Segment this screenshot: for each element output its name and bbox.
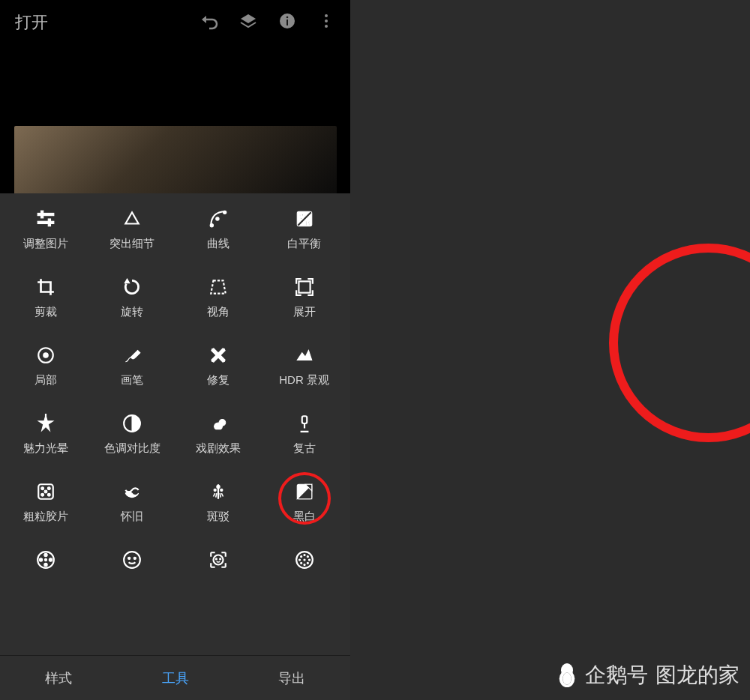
curves-icon (208, 208, 229, 229)
crop-icon (35, 277, 56, 298)
tool-perspective[interactable]: 视角 (176, 277, 262, 319)
undo-icon[interactable] (200, 12, 218, 33)
tool-pose[interactable] (261, 549, 347, 578)
grunge-icon (208, 481, 229, 502)
tool-glamour[interactable]: 魅力光晕 (3, 413, 89, 456)
tab-tools[interactable]: 工具 (117, 656, 234, 700)
bw-icon (294, 481, 315, 502)
retrolux-icon (122, 481, 142, 502)
watermark: 企鹅号 图龙的家 (556, 661, 740, 690)
tool-portrait[interactable] (176, 549, 262, 578)
tool-selective[interactable]: 局部 (3, 345, 89, 387)
bottom-tabs: 样式工具导出 (0, 655, 350, 700)
tool-grainy[interactable]: 粗粒胶片 (3, 481, 89, 524)
more-icon[interactable] (317, 12, 335, 33)
rotate-icon (122, 277, 142, 298)
tool-label: 怀旧 (121, 510, 143, 524)
tool-label: 突出细节 (110, 237, 154, 251)
tool-label: 黑白 (293, 510, 316, 524)
tool-healing[interactable]: 修复 (176, 345, 262, 387)
tool-label: 视角 (207, 305, 230, 319)
tool-label: 粗粒胶片 (23, 510, 68, 524)
tool-tonal[interactable]: 色调对比度 (89, 413, 176, 456)
face-icon (122, 549, 142, 570)
tool-label: 斑驳 (207, 510, 230, 524)
expand-icon (294, 277, 315, 298)
tool-curves[interactable]: 曲线 (176, 208, 262, 251)
watermark-brand: 企鹅号 (585, 661, 648, 690)
tool-label: 曲线 (207, 237, 230, 251)
app-topbar: 打开 (0, 0, 350, 45)
tool-rotate[interactable]: 旋转 (89, 277, 176, 319)
tool-label: 展开 (293, 305, 316, 319)
tool-label: 旋转 (121, 305, 143, 319)
vintage-icon (294, 413, 315, 434)
tool-grunge[interactable]: 斑驳 (176, 481, 262, 524)
film-icon (35, 549, 56, 570)
penguin-icon (556, 663, 578, 687)
tool-label: 复古 (293, 441, 316, 456)
tool-retrolux[interactable]: 怀旧 (89, 481, 176, 524)
tab-styles[interactable]: 样式 (0, 656, 117, 700)
tonal-icon (122, 413, 142, 434)
watermark-author: 图龙的家 (656, 661, 740, 690)
grainy-icon (35, 481, 56, 502)
tool-vintage[interactable]: 复古 (261, 413, 347, 456)
brush-icon (122, 345, 142, 366)
app-screenshot: 打开 调整图片突出细节曲线白平衡剪裁旋转视角展开局部画笔修复HDR 景观魅力光晕… (0, 0, 350, 700)
hdr-icon (294, 345, 315, 366)
tool-brush[interactable]: 画笔 (89, 345, 176, 387)
selective-icon (35, 345, 56, 366)
tool-crop[interactable]: 剪裁 (3, 277, 89, 319)
tool-film[interactable] (3, 549, 89, 578)
tool-label: 调整图片 (23, 237, 68, 251)
tool-label: 戏剧效果 (196, 441, 241, 456)
tool-label: 修复 (207, 373, 230, 387)
image-preview[interactable] (0, 45, 350, 193)
portrait-icon (208, 549, 229, 570)
open-button[interactable]: 打开 (15, 11, 200, 34)
tool-label: 局部 (34, 373, 57, 387)
tool-wb[interactable]: 白平衡 (261, 208, 347, 251)
tool-hdr[interactable]: HDR 景观 (261, 345, 347, 387)
tool-drama[interactable]: 戏剧效果 (176, 413, 262, 456)
drama-icon (208, 413, 229, 434)
tool-label: 魅力光晕 (23, 441, 68, 456)
wb-icon (294, 208, 315, 229)
info-icon[interactable] (278, 12, 296, 33)
tools-panel: 调整图片突出细节曲线白平衡剪裁旋转视角展开局部画笔修复HDR 景观魅力光晕色调对… (0, 193, 350, 655)
tool-label: 画笔 (121, 373, 143, 387)
tool-details[interactable]: 突出细节 (89, 208, 176, 251)
pose-icon (294, 549, 315, 570)
tool-bw[interactable]: 黑白 (261, 481, 347, 524)
svg-point-77 (562, 673, 571, 685)
tool-label: 色调对比度 (104, 441, 160, 456)
tool-label: HDR 景观 (279, 373, 329, 387)
layers-icon[interactable] (239, 12, 257, 33)
tool-tune[interactable]: 调整图片 (3, 208, 89, 251)
callout-panel: 黑白 企鹅号 图龙的家 (350, 0, 750, 700)
details-icon (122, 208, 142, 229)
tool-label: 白平衡 (287, 237, 321, 251)
tune-icon (35, 208, 56, 229)
tool-face[interactable] (89, 549, 176, 578)
highlight-circle-big (609, 244, 750, 442)
tool-label: 剪裁 (34, 305, 57, 319)
glamour-icon (35, 413, 56, 434)
tab-export[interactable]: 导出 (233, 656, 350, 700)
perspective-icon (208, 277, 229, 298)
tool-expand[interactable]: 展开 (261, 277, 347, 319)
healing-icon (208, 345, 229, 366)
